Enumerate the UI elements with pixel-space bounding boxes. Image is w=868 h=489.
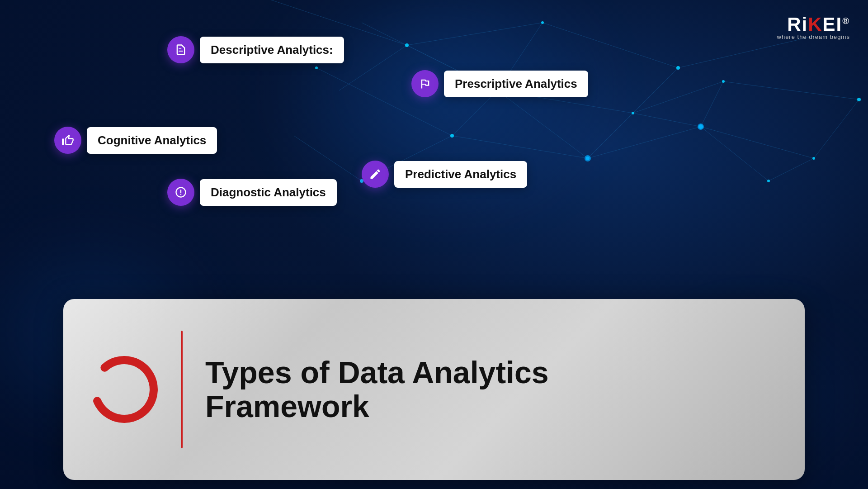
asterisk-icon: [175, 186, 187, 199]
descriptive-analytics-item: Descriptive Analytics:: [167, 36, 344, 63]
diagnostic-icon-circle: [167, 179, 194, 206]
card-text-area: Types of Data Analytics Framework: [205, 356, 778, 423]
mountain-icon: [419, 77, 431, 90]
brand-tagline: where the dream begins: [777, 33, 850, 40]
rikei-logo: RiKEI® where the dream begins: [777, 14, 850, 40]
circular-logo-icon: [90, 356, 158, 423]
prescriptive-icon-circle: [411, 70, 439, 97]
descriptive-icon-circle: [167, 36, 194, 63]
card-logo-area: [90, 356, 158, 423]
main-content: RiKEI® where the dream begins Descriptiv…: [0, 0, 868, 489]
prescriptive-analytics-label: Prescriptive Analytics: [444, 71, 588, 97]
card-title: Types of Data Analytics Framework: [205, 356, 778, 423]
cognitive-analytics-item: Cognitive Analytics: [54, 127, 217, 154]
predictive-icon-circle: [362, 161, 389, 188]
descriptive-analytics-label: Descriptive Analytics:: [200, 37, 344, 63]
cognitive-analytics-label: Cognitive Analytics: [87, 127, 217, 154]
predictive-analytics-item: Predictive Analytics: [362, 161, 527, 188]
pencil-icon: [369, 168, 382, 180]
document-icon: [175, 43, 187, 56]
bottom-info-card: Types of Data Analytics Framework: [63, 299, 805, 480]
cognitive-icon-circle: [54, 127, 81, 154]
prescriptive-analytics-item: Prescriptive Analytics: [411, 70, 588, 97]
predictive-analytics-label: Predictive Analytics: [394, 161, 527, 188]
card-divider: [181, 331, 183, 448]
thumbs-icon: [61, 134, 74, 147]
brand-name: RiKEI®: [777, 14, 850, 35]
diagnostic-analytics-item: Diagnostic Analytics: [167, 179, 337, 206]
diagnostic-analytics-label: Diagnostic Analytics: [200, 179, 337, 206]
